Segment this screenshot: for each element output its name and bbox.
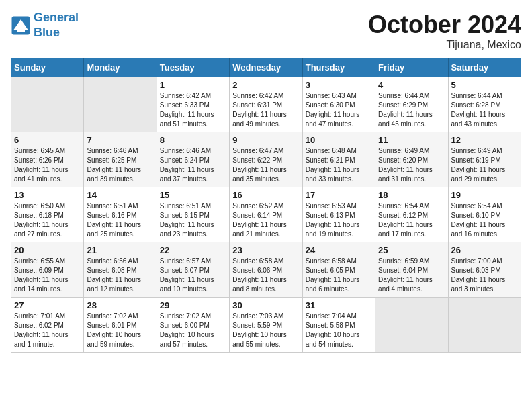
day-info: Sunrise: 6:47 AM Sunset: 6:22 PM Dayligh… xyxy=(232,146,299,184)
calendar-cell: 12Sunrise: 6:49 AM Sunset: 6:19 PM Dayli… xyxy=(448,132,521,187)
calendar-cell: 29Sunrise: 7:02 AM Sunset: 6:00 PM Dayli… xyxy=(157,298,229,353)
calendar-cell: 10Sunrise: 6:48 AM Sunset: 6:21 PM Dayli… xyxy=(302,132,375,187)
day-number: 23 xyxy=(232,245,299,255)
day-number: 5 xyxy=(451,80,518,90)
logo-line1: General xyxy=(34,11,79,24)
day-info: Sunrise: 6:43 AM Sunset: 6:30 PM Dayligh… xyxy=(306,91,372,129)
calendar-cell: 16Sunrise: 6:52 AM Sunset: 6:14 PM Dayli… xyxy=(230,187,302,242)
weekday-header: Tuesday xyxy=(157,58,229,77)
calendar-cell xyxy=(84,77,157,132)
calendar-cell: 24Sunrise: 6:58 AM Sunset: 6:05 PM Dayli… xyxy=(302,242,375,298)
day-info: Sunrise: 6:54 AM Sunset: 6:10 PM Dayligh… xyxy=(451,201,518,239)
calendar-header-row: SundayMondayTuesdayWednesdayThursdayFrid… xyxy=(11,58,521,77)
calendar-cell: 1Sunrise: 6:42 AM Sunset: 6:33 PM Daylig… xyxy=(157,77,229,132)
calendar-cell: 28Sunrise: 7:02 AM Sunset: 6:01 PM Dayli… xyxy=(84,298,157,353)
calendar-week-row: 1Sunrise: 6:42 AM Sunset: 6:33 PM Daylig… xyxy=(11,77,521,132)
day-number: 1 xyxy=(160,80,226,90)
day-info: Sunrise: 6:55 AM Sunset: 6:09 PM Dayligh… xyxy=(14,257,81,294)
day-info: Sunrise: 7:02 AM Sunset: 6:00 PM Dayligh… xyxy=(160,312,226,349)
day-info: Sunrise: 7:04 AM Sunset: 5:58 PM Dayligh… xyxy=(306,312,372,349)
day-number: 18 xyxy=(378,190,445,200)
day-number: 15 xyxy=(160,190,226,200)
calendar-cell: 7Sunrise: 6:46 AM Sunset: 6:25 PM Daylig… xyxy=(84,132,157,187)
day-info: Sunrise: 6:46 AM Sunset: 6:24 PM Dayligh… xyxy=(160,146,226,184)
day-number: 3 xyxy=(306,80,372,90)
weekday-header: Sunday xyxy=(11,58,84,77)
day-info: Sunrise: 6:49 AM Sunset: 6:19 PM Dayligh… xyxy=(451,146,518,184)
day-number: 9 xyxy=(232,135,299,145)
calendar-cell: 23Sunrise: 6:58 AM Sunset: 6:06 PM Dayli… xyxy=(230,242,302,298)
calendar-cell xyxy=(11,77,84,132)
day-number: 22 xyxy=(160,245,226,255)
calendar-week-row: 13Sunrise: 6:50 AM Sunset: 6:18 PM Dayli… xyxy=(11,187,521,242)
calendar-cell: 31Sunrise: 7:04 AM Sunset: 5:58 PM Dayli… xyxy=(302,298,375,353)
calendar-cell: 14Sunrise: 6:51 AM Sunset: 6:16 PM Dayli… xyxy=(84,187,157,242)
day-info: Sunrise: 6:58 AM Sunset: 6:05 PM Dayligh… xyxy=(306,257,372,294)
svg-rect-2 xyxy=(17,30,25,32)
calendar-table: SundayMondayTuesdayWednesdayThursdayFrid… xyxy=(11,58,521,353)
calendar-cell xyxy=(448,298,521,353)
day-number: 19 xyxy=(451,190,518,200)
weekday-header: Saturday xyxy=(448,58,521,77)
day-info: Sunrise: 6:42 AM Sunset: 6:33 PM Dayligh… xyxy=(160,91,226,129)
logo-icon xyxy=(11,15,31,36)
day-number: 20 xyxy=(14,245,81,255)
day-number: 16 xyxy=(232,190,299,200)
day-info: Sunrise: 6:54 AM Sunset: 6:12 PM Dayligh… xyxy=(378,201,445,239)
day-number: 2 xyxy=(232,80,299,90)
day-number: 7 xyxy=(87,135,153,145)
calendar-week-row: 27Sunrise: 7:01 AM Sunset: 6:02 PM Dayli… xyxy=(11,298,521,353)
day-info: Sunrise: 6:45 AM Sunset: 6:26 PM Dayligh… xyxy=(14,146,81,184)
calendar-cell: 30Sunrise: 7:03 AM Sunset: 5:59 PM Dayli… xyxy=(230,298,302,353)
calendar-cell: 9Sunrise: 6:47 AM Sunset: 6:22 PM Daylig… xyxy=(230,132,302,187)
day-info: Sunrise: 6:56 AM Sunset: 6:08 PM Dayligh… xyxy=(87,257,153,294)
weekday-header: Thursday xyxy=(302,58,375,77)
calendar-cell: 26Sunrise: 7:00 AM Sunset: 6:03 PM Dayli… xyxy=(448,242,521,298)
day-number: 25 xyxy=(378,245,445,255)
weekday-header: Wednesday xyxy=(230,58,302,77)
calendar-cell: 6Sunrise: 6:45 AM Sunset: 6:26 PM Daylig… xyxy=(11,132,84,187)
day-number: 12 xyxy=(451,135,518,145)
day-info: Sunrise: 6:44 AM Sunset: 6:29 PM Dayligh… xyxy=(378,91,445,129)
day-number: 11 xyxy=(378,135,445,145)
day-number: 31 xyxy=(306,300,372,310)
day-info: Sunrise: 6:53 AM Sunset: 6:13 PM Dayligh… xyxy=(306,201,372,239)
calendar-cell: 4Sunrise: 6:44 AM Sunset: 6:29 PM Daylig… xyxy=(375,77,448,132)
day-info: Sunrise: 6:42 AM Sunset: 6:31 PM Dayligh… xyxy=(232,91,299,129)
calendar-cell: 25Sunrise: 6:59 AM Sunset: 6:04 PM Dayli… xyxy=(375,242,448,298)
logo-line2: Blue xyxy=(34,26,60,39)
day-number: 27 xyxy=(14,300,81,310)
day-number: 28 xyxy=(87,300,153,310)
calendar-cell: 11Sunrise: 6:49 AM Sunset: 6:20 PM Dayli… xyxy=(375,132,448,187)
weekday-header: Friday xyxy=(375,58,448,77)
day-info: Sunrise: 6:51 AM Sunset: 6:16 PM Dayligh… xyxy=(87,201,153,239)
day-number: 17 xyxy=(306,190,372,200)
calendar-cell: 20Sunrise: 6:55 AM Sunset: 6:09 PM Dayli… xyxy=(11,242,84,298)
day-number: 10 xyxy=(306,135,372,145)
day-info: Sunrise: 6:59 AM Sunset: 6:04 PM Dayligh… xyxy=(378,257,445,294)
calendar-cell: 2Sunrise: 6:42 AM Sunset: 6:31 PM Daylig… xyxy=(230,77,302,132)
month-title: October 2024 xyxy=(368,11,521,39)
day-info: Sunrise: 6:46 AM Sunset: 6:25 PM Dayligh… xyxy=(87,146,153,184)
day-info: Sunrise: 6:57 AM Sunset: 6:07 PM Dayligh… xyxy=(160,257,226,294)
day-number: 13 xyxy=(14,190,81,200)
page-header: General Blue October 2024 Tijuana, Mexic… xyxy=(11,11,521,51)
calendar-cell: 13Sunrise: 6:50 AM Sunset: 6:18 PM Dayli… xyxy=(11,187,84,242)
logo: General Blue xyxy=(11,11,79,40)
calendar-cell: 8Sunrise: 6:46 AM Sunset: 6:24 PM Daylig… xyxy=(157,132,229,187)
day-info: Sunrise: 7:03 AM Sunset: 5:59 PM Dayligh… xyxy=(232,312,299,349)
calendar-cell: 19Sunrise: 6:54 AM Sunset: 6:10 PM Dayli… xyxy=(448,187,521,242)
location-subtitle: Tijuana, Mexico xyxy=(368,39,521,51)
calendar-week-row: 20Sunrise: 6:55 AM Sunset: 6:09 PM Dayli… xyxy=(11,242,521,298)
day-number: 26 xyxy=(451,245,518,255)
calendar-week-row: 6Sunrise: 6:45 AM Sunset: 6:26 PM Daylig… xyxy=(11,132,521,187)
day-number: 24 xyxy=(306,245,372,255)
calendar-cell: 18Sunrise: 6:54 AM Sunset: 6:12 PM Dayli… xyxy=(375,187,448,242)
day-number: 29 xyxy=(160,300,226,310)
day-info: Sunrise: 7:02 AM Sunset: 6:01 PM Dayligh… xyxy=(87,312,153,349)
calendar-cell: 27Sunrise: 7:01 AM Sunset: 6:02 PM Dayli… xyxy=(11,298,84,353)
day-info: Sunrise: 6:49 AM Sunset: 6:20 PM Dayligh… xyxy=(378,146,445,184)
day-number: 14 xyxy=(87,190,153,200)
calendar-cell: 17Sunrise: 6:53 AM Sunset: 6:13 PM Dayli… xyxy=(302,187,375,242)
day-number: 30 xyxy=(232,300,299,310)
